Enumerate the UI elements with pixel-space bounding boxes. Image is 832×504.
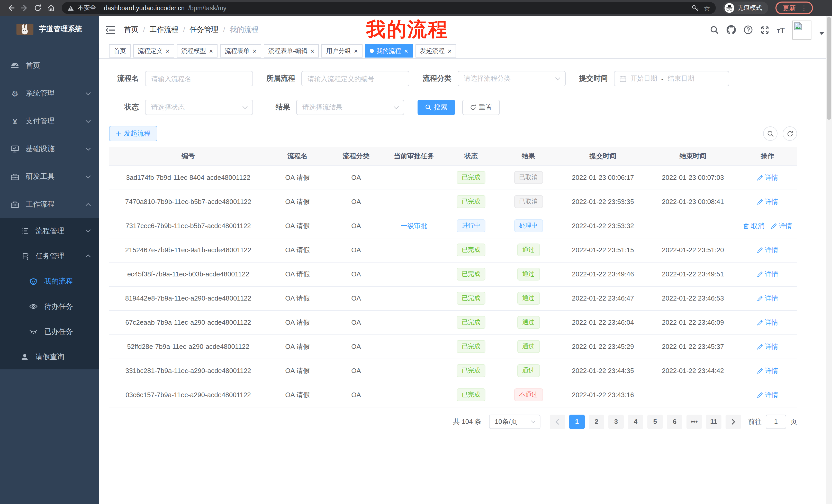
reload-icon[interactable] xyxy=(32,2,43,13)
help-icon[interactable] xyxy=(743,25,753,34)
user-icon xyxy=(21,353,29,360)
cell-submit-time: 2022-01-22 23:53:32 xyxy=(558,214,648,238)
sidebar-item-dev-tools[interactable]: 研发工具 xyxy=(0,163,99,191)
detail-action-link[interactable]: 详情 xyxy=(757,342,778,351)
detail-action-link[interactable]: 详情 xyxy=(757,197,778,206)
table-row: 67c2eaab-7b9a-11ec-a290-acde48001122OA 请… xyxy=(109,310,797,334)
sidebar-item-workflow[interactable]: 工作流程 xyxy=(0,191,99,218)
sidebar-item-task-management[interactable]: 任务管理 xyxy=(0,244,99,269)
fullscreen-icon[interactable] xyxy=(760,25,769,34)
table-row: 7317cec6-7b9b-11ec-b5b7-acde48001122OA 请… xyxy=(109,214,797,238)
sidebar-collapse-icon[interactable] xyxy=(105,25,116,34)
sidebar-item-leave-query[interactable]: 请假查询 xyxy=(0,344,99,369)
page-scrollbar[interactable] xyxy=(826,16,832,504)
app-logo[interactable]: 芋道管理系统 xyxy=(0,16,99,43)
eye-icon xyxy=(29,304,37,309)
sidebar-item-todo-tasks[interactable]: 待办任务 xyxy=(0,294,99,319)
toolbox-icon xyxy=(11,201,19,208)
range-separator: - xyxy=(661,75,664,82)
sidebar-item-home[interactable]: 首页 xyxy=(0,52,99,80)
sidebar-item-process-management[interactable]: 流程管理 xyxy=(0,218,99,244)
breadcrumb-home[interactable]: 首页 xyxy=(124,25,138,34)
tags-view: 首页流程定义×流程模型×流程表单×流程表单-编辑×用户分组×我的流程×发起流程× xyxy=(99,44,832,59)
detail-action-link[interactable]: 详情 xyxy=(757,390,778,399)
tab-用户分组[interactable]: 用户分组× xyxy=(322,44,363,58)
tab-close-icon[interactable]: × xyxy=(165,48,170,54)
avatar[interactable] xyxy=(792,20,811,39)
sidebar-item-done-tasks[interactable]: 已办任务 xyxy=(0,319,99,344)
tab-首页[interactable]: 首页 xyxy=(109,44,131,58)
page-button-5[interactable]: 5 xyxy=(647,414,663,429)
tab-流程定义[interactable]: 流程定义× xyxy=(133,44,174,58)
tab-流程模型[interactable]: 流程模型× xyxy=(177,44,217,58)
sidebar-item-infrastructure[interactable]: 基础设施 xyxy=(0,135,99,163)
page-button-3[interactable]: 3 xyxy=(608,414,624,429)
tab-流程表单-编辑[interactable]: 流程表单-编辑× xyxy=(264,44,319,58)
detail-action-link[interactable]: 详情 xyxy=(757,366,778,375)
prev-page-button[interactable] xyxy=(550,414,565,429)
scrollbar-thumb[interactable] xyxy=(827,17,831,120)
sidebar-item-system[interactable]: ⚙ 系统管理 xyxy=(0,80,99,107)
refresh-table-button[interactable] xyxy=(783,127,797,141)
font-size-icon[interactable]: TT xyxy=(777,26,785,34)
tab-close-icon[interactable]: × xyxy=(209,48,213,54)
page-size-select[interactable]: 10条/页 xyxy=(489,414,541,429)
result-badge: 已取消 xyxy=(514,171,543,184)
toggle-search-button[interactable] xyxy=(763,127,778,141)
tab-close-icon[interactable]: × xyxy=(354,48,358,54)
avatar-caret-icon[interactable] xyxy=(819,32,824,35)
process-category-select[interactable]: 请选择流程分类 xyxy=(458,71,566,86)
back-icon[interactable] xyxy=(5,2,17,13)
detail-action-link[interactable]: 详情 xyxy=(757,173,778,182)
cell-category: OA xyxy=(328,334,385,359)
process-definition-input[interactable] xyxy=(301,71,409,86)
sidebar-item-payment[interactable]: ¥ 支付管理 xyxy=(0,107,99,135)
tab-close-icon[interactable]: × xyxy=(448,48,451,54)
cell-actions: 详情 xyxy=(738,262,797,286)
home-icon[interactable] xyxy=(45,2,57,13)
key-icon[interactable] xyxy=(691,2,700,13)
goto-page-input[interactable] xyxy=(766,414,786,429)
detail-action-link[interactable]: 详情 xyxy=(757,293,778,303)
reset-button[interactable]: 重置 xyxy=(462,100,500,115)
tab-流程表单[interactable]: 流程表单× xyxy=(220,44,261,58)
chrome-menu-icon[interactable]: ⋮ xyxy=(801,5,807,11)
page-button-6[interactable]: 6 xyxy=(667,414,682,429)
detail-action-link[interactable]: 详情 xyxy=(757,245,778,255)
bookmark-star-icon[interactable]: ☆ xyxy=(704,4,710,11)
result-badge: 通过 xyxy=(517,316,540,329)
page-button-2[interactable]: 2 xyxy=(589,414,604,429)
detail-action-link[interactable]: 详情 xyxy=(771,221,792,230)
status-select[interactable]: 请选择状态 xyxy=(145,100,253,115)
task-link[interactable]: 一级审批 xyxy=(400,221,427,230)
tab-close-icon[interactable]: × xyxy=(311,48,314,54)
tab-close-icon[interactable]: × xyxy=(253,48,256,54)
detail-action-link[interactable]: 详情 xyxy=(757,270,778,279)
page-button-11[interactable]: 11 xyxy=(706,414,722,429)
column-header-流程名: 流程名 xyxy=(267,147,328,165)
search-icon[interactable] xyxy=(710,25,719,34)
next-page-button[interactable] xyxy=(726,414,741,429)
page-ellipsis[interactable]: ••• xyxy=(686,414,702,429)
tab-close-icon[interactable]: × xyxy=(404,48,408,54)
tab-发起流程[interactable]: 发起流程× xyxy=(415,44,456,58)
result-select[interactable]: 请选择流结果 xyxy=(296,100,404,115)
process-name-input[interactable] xyxy=(145,71,253,86)
breadcrumb-workflow[interactable]: 工作流程 xyxy=(150,25,178,34)
breadcrumb-task-management[interactable]: 任务管理 xyxy=(190,25,218,34)
cancel-action-link[interactable]: 取消 xyxy=(743,221,764,230)
search-button[interactable]: 搜索 xyxy=(418,100,455,115)
page-button-4[interactable]: 4 xyxy=(628,414,643,429)
submit-time-range[interactable]: 开始日期 - 结束日期 xyxy=(614,71,729,86)
page-button-1[interactable]: 1 xyxy=(569,414,585,429)
forward-icon[interactable] xyxy=(19,2,30,13)
chrome-update-button[interactable]: 更新 ⋮ xyxy=(775,2,813,15)
column-header-编号: 编号 xyxy=(109,147,267,165)
github-icon[interactable] xyxy=(726,25,735,34)
address-bar[interactable]: 不安全 dashboard.yudao.iocoder.cn/bpm/task/… xyxy=(62,2,716,14)
cell-end-time: 2022-01-23 00:07:03 xyxy=(648,165,738,190)
tab-我的流程[interactable]: 我的流程× xyxy=(365,44,413,58)
create-process-button[interactable]: 发起流程 xyxy=(109,126,157,141)
detail-action-link[interactable]: 详情 xyxy=(757,318,778,327)
sidebar-item-my-process[interactable]: 我的流程 xyxy=(0,269,99,294)
